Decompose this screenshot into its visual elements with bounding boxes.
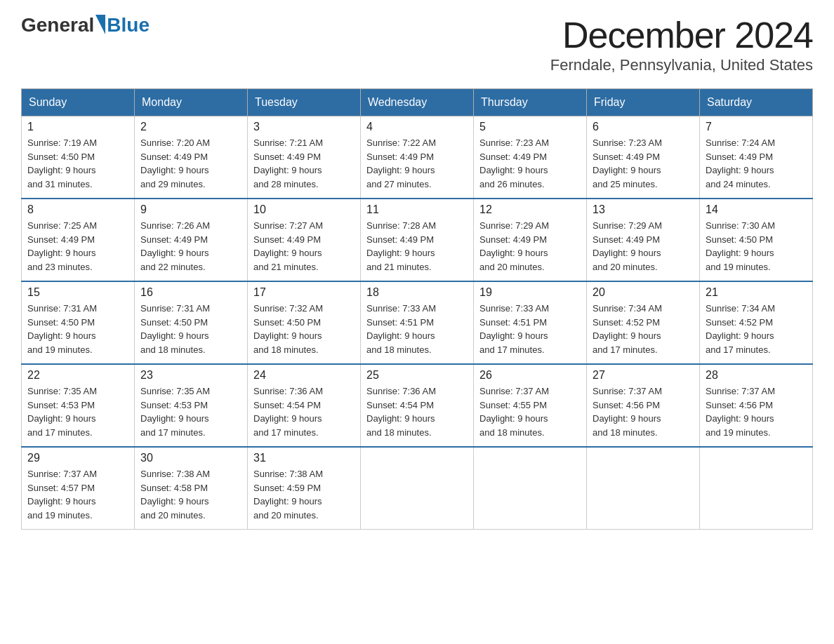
day-info-line: Sunset: 4:49 PM <box>479 150 581 164</box>
day-info-line: Daylight: 9 hours <box>479 246 581 260</box>
day-info-line: Sunrise: 7:26 AM <box>140 219 241 233</box>
day-info-line: Sunrise: 7:23 AM <box>593 136 694 150</box>
day-info-line: Sunset: 4:49 PM <box>253 233 355 247</box>
day-info-line: Sunrise: 7:37 AM <box>479 384 581 398</box>
day-info: Sunrise: 7:19 AMSunset: 4:50 PMDaylight:… <box>27 136 128 191</box>
day-info: Sunrise: 7:35 AMSunset: 4:53 PMDaylight:… <box>140 384 241 439</box>
day-info-line: Sunset: 4:58 PM <box>140 481 241 495</box>
day-info-line: Daylight: 9 hours <box>27 495 128 509</box>
page-header: General Blue December 2024 Ferndale, Pen… <box>21 14 813 74</box>
day-info-line: Daylight: 9 hours <box>253 246 355 260</box>
day-info-line: Daylight: 9 hours <box>253 329 355 343</box>
calendar-week-row: 29Sunrise: 7:37 AMSunset: 4:57 PMDayligh… <box>22 447 813 530</box>
day-info: Sunrise: 7:27 AMSunset: 4:49 PMDaylight:… <box>253 219 355 274</box>
weekday-header-tuesday: Tuesday <box>248 89 361 116</box>
calendar-cell: 17Sunrise: 7:32 AMSunset: 4:50 PMDayligh… <box>248 281 361 364</box>
day-info-line: and 19 minutes. <box>27 343 128 357</box>
day-info-line: and 26 minutes. <box>479 177 581 192</box>
day-info-line: Sunrise: 7:37 AM <box>706 384 807 398</box>
day-info-line: Sunrise: 7:34 AM <box>706 302 807 316</box>
day-info-line: and 18 minutes. <box>593 426 694 440</box>
day-info-line: Sunset: 4:55 PM <box>479 398 581 412</box>
day-info: Sunrise: 7:37 AMSunset: 4:56 PMDaylight:… <box>706 384 807 439</box>
weekday-header-monday: Monday <box>135 89 248 116</box>
day-info-line: Sunrise: 7:29 AM <box>593 219 694 233</box>
day-info-line: and 20 minutes. <box>140 509 241 523</box>
day-number: 22 <box>27 369 128 382</box>
day-info-line: and 18 minutes. <box>479 426 581 440</box>
day-info-line: Sunrise: 7:24 AM <box>706 136 807 150</box>
day-info: Sunrise: 7:38 AMSunset: 4:58 PMDaylight:… <box>140 467 241 522</box>
day-info-line: Sunset: 4:52 PM <box>706 316 807 330</box>
day-info-line: Sunset: 4:51 PM <box>366 316 468 330</box>
location-title: Ferndale, Pennsylvania, United States <box>550 56 813 74</box>
calendar-cell: 19Sunrise: 7:33 AMSunset: 4:51 PMDayligh… <box>474 281 587 364</box>
day-info: Sunrise: 7:23 AMSunset: 4:49 PMDaylight:… <box>479 136 581 191</box>
day-info: Sunrise: 7:24 AMSunset: 4:49 PMDaylight:… <box>706 136 807 191</box>
day-info-line: and 21 minutes. <box>253 260 355 274</box>
day-number: 24 <box>253 369 355 382</box>
day-info-line: Sunrise: 7:33 AM <box>479 302 581 316</box>
day-info-line: and 18 minutes. <box>253 343 355 357</box>
day-info-line: Sunset: 4:50 PM <box>706 233 807 247</box>
day-info-line: Sunrise: 7:33 AM <box>366 302 468 316</box>
day-info-line: and 17 minutes. <box>253 426 355 440</box>
day-info-line: Daylight: 9 hours <box>706 412 807 426</box>
weekday-header-sunday: Sunday <box>22 89 135 116</box>
day-info-line: Daylight: 9 hours <box>27 412 128 426</box>
day-info-line: Daylight: 9 hours <box>253 163 355 177</box>
day-number: 31 <box>253 452 355 464</box>
day-info-line: Sunset: 4:49 PM <box>140 150 241 164</box>
calendar-cell <box>474 447 587 530</box>
day-info-line: Sunset: 4:49 PM <box>27 233 128 247</box>
day-number: 10 <box>253 203 355 216</box>
day-info-line: Sunrise: 7:29 AM <box>479 219 581 233</box>
day-info-line: Daylight: 9 hours <box>366 412 468 426</box>
day-number: 8 <box>27 203 128 216</box>
title-area: December 2024 Ferndale, Pennsylvania, Un… <box>550 14 813 74</box>
day-info-line: Sunset: 4:54 PM <box>253 398 355 412</box>
day-info-line: Sunrise: 7:25 AM <box>27 219 128 233</box>
calendar-week-row: 8Sunrise: 7:25 AMSunset: 4:49 PMDaylight… <box>22 199 813 281</box>
day-info-line: Daylight: 9 hours <box>140 163 241 177</box>
day-info-line: and 17 minutes. <box>479 343 581 357</box>
day-number: 9 <box>140 203 241 216</box>
day-info: Sunrise: 7:33 AMSunset: 4:51 PMDaylight:… <box>479 302 581 356</box>
calendar-cell: 30Sunrise: 7:38 AMSunset: 4:58 PMDayligh… <box>135 447 248 530</box>
day-info-line: Sunset: 4:50 PM <box>27 316 128 330</box>
day-info: Sunrise: 7:29 AMSunset: 4:49 PMDaylight:… <box>593 219 694 274</box>
day-info-line: Sunrise: 7:23 AM <box>479 136 581 150</box>
calendar-cell <box>361 447 474 530</box>
day-info-line: and 19 minutes. <box>706 426 807 440</box>
day-number: 16 <box>140 286 241 299</box>
day-info-line: Sunset: 4:50 PM <box>27 150 128 164</box>
logo-blue-text: Blue <box>107 14 150 36</box>
day-info-line: Sunrise: 7:37 AM <box>27 467 128 481</box>
day-info: Sunrise: 7:36 AMSunset: 4:54 PMDaylight:… <box>366 384 468 439</box>
weekday-header-wednesday: Wednesday <box>361 89 474 116</box>
day-info-line: Sunset: 4:50 PM <box>253 316 355 330</box>
day-number: 28 <box>706 369 807 382</box>
day-info-line: and 24 minutes. <box>706 177 807 192</box>
day-info-line: Daylight: 9 hours <box>366 329 468 343</box>
calendar-cell: 4Sunrise: 7:22 AMSunset: 4:49 PMDaylight… <box>361 116 474 199</box>
day-info-line: Sunset: 4:53 PM <box>140 398 241 412</box>
day-info-line: Daylight: 9 hours <box>27 329 128 343</box>
day-info-line: and 17 minutes. <box>27 426 128 440</box>
day-info-line: Sunset: 4:49 PM <box>593 150 694 164</box>
day-info: Sunrise: 7:20 AMSunset: 4:49 PMDaylight:… <box>140 136 241 191</box>
day-info-line: Daylight: 9 hours <box>479 329 581 343</box>
calendar-cell: 3Sunrise: 7:21 AMSunset: 4:49 PMDaylight… <box>248 116 361 199</box>
day-info-line: Daylight: 9 hours <box>253 495 355 509</box>
day-info: Sunrise: 7:31 AMSunset: 4:50 PMDaylight:… <box>140 302 241 356</box>
calendar-cell: 2Sunrise: 7:20 AMSunset: 4:49 PMDaylight… <box>135 116 248 199</box>
day-info-line: Daylight: 9 hours <box>593 329 694 343</box>
day-info: Sunrise: 7:33 AMSunset: 4:51 PMDaylight:… <box>366 302 468 356</box>
day-info-line: and 18 minutes. <box>366 426 468 440</box>
day-number: 14 <box>706 203 807 216</box>
day-number: 6 <box>593 121 694 133</box>
calendar-cell: 13Sunrise: 7:29 AMSunset: 4:49 PMDayligh… <box>587 199 700 281</box>
day-info: Sunrise: 7:32 AMSunset: 4:50 PMDaylight:… <box>253 302 355 356</box>
day-info: Sunrise: 7:25 AMSunset: 4:49 PMDaylight:… <box>27 219 128 274</box>
day-number: 21 <box>706 286 807 299</box>
